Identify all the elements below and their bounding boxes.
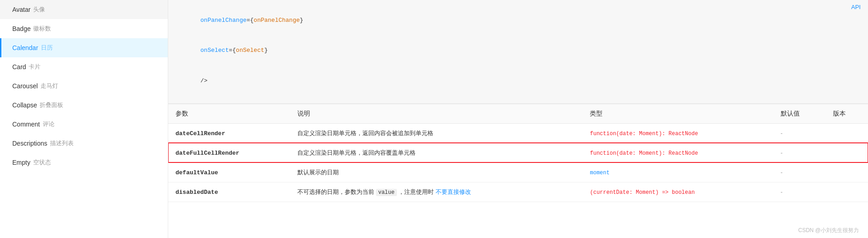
table-cell-default: - [773, 143, 826, 162]
param-name: dateFullCellRender [176, 150, 239, 157]
default-value: - [781, 188, 783, 195]
col-header-param: 参数 [168, 104, 290, 123]
table-cell-version [826, 143, 868, 162]
sidebar-item-en: Badge [12, 25, 30, 32]
sidebar-item-zh: 卡片 [29, 63, 40, 71]
table-cell-type: moment [582, 162, 773, 182]
table-cell-type: function(date: Moment): ReactNode [582, 143, 773, 162]
table-header-row: 参数 说明 类型 默认值 版本 [168, 104, 868, 123]
api-table: 参数 说明 类型 默认值 版本 dateCellRender 自定义渲染日期单元… [168, 104, 868, 202]
sidebar-item-zh: 头像 [33, 5, 45, 14]
sidebar-item-en: Empty [12, 159, 30, 166]
desc-link[interactable]: 不要直接修改 [436, 188, 471, 195]
code-line-3: /> [179, 66, 857, 96]
table-cell-type: (currentDate: Moment) => boolean [582, 182, 773, 202]
sidebar-item-en: Carousel [12, 82, 38, 90]
param-name: defaultValue [176, 169, 218, 176]
table-cell-version [826, 123, 868, 143]
main-content: API onPanelChange={onPanelChange} onSele… [168, 0, 868, 238]
sidebar-item-en: Descriptions [12, 140, 47, 147]
col-header-default: 默认值 [773, 104, 826, 123]
table-cell-default: - [773, 123, 826, 143]
col-header-type: 类型 [582, 104, 773, 123]
desc-code: value [376, 189, 397, 196]
code-line-1: onPanelChange={onPanelChange} [179, 5, 857, 35]
type-text: function(date: Moment): ReactNode [590, 131, 698, 137]
sidebar-item-en: Calendar [12, 44, 38, 51]
sidebar-item-calendar[interactable]: Calendar 日历 [0, 38, 168, 57]
desc-text: 自定义渲染日期单元格，返回内容会被追加到单元格 [297, 130, 433, 137]
sidebar-item-comment[interactable]: Comment 评论 [0, 115, 168, 134]
sidebar-item-badge[interactable]: Badge 徽标数 [0, 19, 168, 38]
type-text: (currentDate: Moment) => boolean [590, 189, 694, 196]
default-value: - [781, 169, 783, 176]
type-text: function(date: Moment): ReactNode [590, 150, 698, 157]
col-header-version: 版本 [826, 104, 868, 123]
table-cell-version [826, 162, 868, 182]
table-cell-desc: 不可选择的日期，参数为当前 value ，注意使用时 不要直接修改 [290, 182, 582, 202]
table-row: dateCellRender 自定义渲染日期单元格，返回内容会被追加到单元格 f… [168, 123, 868, 143]
sidebar-item-en: Collapse [12, 101, 37, 109]
table-row: disabledDate 不可选择的日期，参数为当前 value ，注意使用时 … [168, 182, 868, 202]
table-cell-param: dateCellRender [168, 123, 290, 143]
desc-suffix: ，注意使用时 [398, 188, 434, 195]
code-event-name: onPanelChange [201, 17, 246, 24]
sidebar-item-en: Avatar [12, 6, 30, 13]
table-cell-desc: 默认展示的日期 [290, 162, 582, 182]
sidebar-item-zh: 徽标数 [33, 25, 51, 33]
sidebar-item-en: Comment [12, 121, 40, 128]
table-cell-param: defaultValue [168, 162, 290, 182]
table-cell-default: - [773, 162, 826, 182]
sidebar: Avatar 头像 Badge 徽标数 Calendar 日历 Card 卡片 … [0, 0, 168, 238]
table-row-highlighted: dateFullCellRender 自定义渲染日期单元格，返回内容覆盖单元格 … [168, 143, 868, 162]
desc-prefix: 不可选择的日期，参数为当前 [297, 188, 374, 195]
code-block: onPanelChange={onPanelChange} onSelect={… [168, 0, 868, 104]
code-event-name2: onSelect [201, 47, 229, 54]
sidebar-item-card[interactable]: Card 卡片 [0, 57, 168, 76]
table-cell-default: - [773, 182, 826, 202]
api-link[interactable]: API [851, 4, 861, 10]
sidebar-item-zh: 走马灯 [40, 82, 58, 90]
table-cell-version [826, 182, 868, 202]
table-cell-desc: 自定义渲染日期单元格，返回内容覆盖单元格 [290, 143, 582, 162]
param-name: disabledDate [176, 189, 218, 196]
sidebar-item-carousel[interactable]: Carousel 走马灯 [0, 76, 168, 96]
sidebar-item-avatar[interactable]: Avatar 头像 [0, 0, 168, 19]
default-value: - [781, 130, 783, 137]
sidebar-item-zh: 空状态 [33, 158, 51, 167]
table-cell-type: function(date: Moment): ReactNode [582, 123, 773, 143]
desc-text: 自定义渲染日期单元格，返回内容覆盖单元格 [297, 149, 416, 156]
table-cell-param: disabledDate [168, 182, 290, 202]
param-name: dateCellRender [176, 130, 225, 137]
sidebar-item-zh: 日历 [41, 44, 53, 52]
desc-text: 默认展示的日期 [297, 169, 339, 176]
col-header-desc: 说明 [290, 104, 582, 123]
type-text: moment [590, 170, 609, 176]
table-cell-desc: 自定义渲染日期单元格，返回内容会被追加到单元格 [290, 123, 582, 143]
watermark: CSDN @小刘先生很努力 [798, 227, 859, 234]
sidebar-item-en: Card [12, 63, 26, 71]
sidebar-item-zh: 评论 [43, 120, 55, 128]
default-value: - [781, 149, 783, 156]
code-line-2: onSelect={onSelect} [179, 35, 857, 66]
table-row: defaultValue 默认展示的日期 moment - [168, 162, 868, 182]
sidebar-item-zh: 描述列表 [50, 139, 74, 147]
sidebar-item-empty[interactable]: Empty 空状态 [0, 153, 168, 172]
table-cell-param: dateFullCellRender [168, 143, 290, 162]
sidebar-item-collapse[interactable]: Collapse 折叠面板 [0, 96, 168, 115]
sidebar-item-descriptions[interactable]: Descriptions 描述列表 [0, 134, 168, 153]
sidebar-item-zh: 折叠面板 [40, 101, 63, 109]
